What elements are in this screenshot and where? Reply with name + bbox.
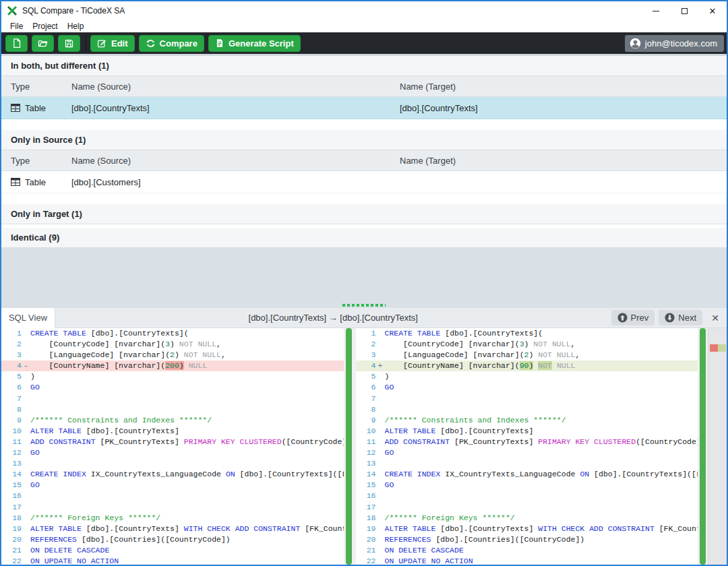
arrow-up-circle-icon xyxy=(617,313,628,323)
code-line: 21ON DELETE CASCADE xyxy=(1,545,344,556)
column-header-type: Type xyxy=(1,82,71,92)
section-header-only-source[interactable]: Only in Source (1) xyxy=(1,130,727,150)
code-line: 14CREATE INDEX IX_CountryTexts_LanguageC… xyxy=(1,469,344,480)
section-title: In both, but different (1) xyxy=(11,61,109,71)
table-row-countrytexts[interactable]: Table [dbo].[CountryTexts] [dbo].[Countr… xyxy=(1,97,727,119)
source-scrollbar[interactable] xyxy=(346,328,352,565)
sql-pane-source[interactable]: 1CREATE TABLE [dbo].[CountryTexts](2 [Co… xyxy=(1,328,344,565)
code-line: 12GO xyxy=(1,447,344,458)
new-project-button[interactable] xyxy=(5,35,28,52)
code-line: 9/****** Constraints and Indexes ******/ xyxy=(1,415,344,426)
menu-file[interactable]: File xyxy=(5,22,28,31)
code-line: 20REFERENCES [dbo].[Countries]([CountryC… xyxy=(356,534,698,545)
account-button[interactable]: john@ticodex.com xyxy=(625,35,724,52)
code-line: 9/****** Constraints and Indexes ******/ xyxy=(356,415,698,426)
column-header-name-source: Name (Source) xyxy=(71,156,400,166)
row-source-name: [dbo].[Customers] xyxy=(71,177,400,187)
next-button-label: Next xyxy=(678,313,696,323)
code-line: 17 xyxy=(356,502,698,513)
edit-button-label: Edit xyxy=(111,38,128,49)
minimize-button[interactable] xyxy=(642,1,670,20)
section-title: Identical (9) xyxy=(11,232,59,243)
code-line: 10ALTER TABLE [dbo].[CountryTexts] xyxy=(356,426,698,437)
grid-header-only-source: Type Name (Source) Name (Target) xyxy=(1,150,727,171)
code-line: 16 xyxy=(1,491,344,501)
section-title: Only in Source (1) xyxy=(11,135,86,145)
open-project-button[interactable] xyxy=(32,35,54,52)
code-line: 11ADD CONSTRAINT [PK_CountryTexts] PRIMA… xyxy=(356,437,698,447)
compare-button[interactable]: Compare xyxy=(139,35,204,52)
code-line: 2 [CountryCode] [nvarchar](3) NOT NULL, xyxy=(356,339,698,350)
close-icon: ✕ xyxy=(709,6,717,16)
code-line: 2 [CountryCode] [nvarchar](3) NOT NULL, xyxy=(1,339,344,350)
row-target-name: [dbo].[CountryTexts] xyxy=(400,103,727,113)
code-line: 11ADD CONSTRAINT [PK_CountryTexts] PRIMA… xyxy=(1,437,344,447)
generate-script-button[interactable]: Generate Script xyxy=(208,35,301,52)
app-logo-icon xyxy=(7,5,18,16)
toolbar: Edit Compare Generate Script xyxy=(1,32,727,54)
compare-button-label: Compare xyxy=(160,38,198,49)
section-header-different[interactable]: In both, but different (1) xyxy=(1,56,727,76)
code-line: 14CREATE INDEX IX_CountryTexts_LanguageC… xyxy=(356,469,698,480)
grid-header-different: Type Name (Source) Name (Target) xyxy=(1,76,727,97)
window-title: SQL Compare - TiCodeX SA xyxy=(22,6,125,15)
code-line: 13 xyxy=(1,458,344,469)
edit-button[interactable]: Edit xyxy=(90,35,135,52)
minimize-icon xyxy=(653,11,659,11)
maximize-button[interactable] xyxy=(670,1,698,20)
code-line: 18/****** Foreign Keys ******/ xyxy=(1,513,344,524)
edit-pencil-icon xyxy=(97,38,107,49)
table-row-customers[interactable]: Table [dbo].[Customers] xyxy=(1,171,727,193)
sql-view-header: SQL View [dbo].[CountryTexts] → [dbo].[C… xyxy=(1,308,727,328)
code-line: 8 xyxy=(356,404,698,415)
column-header-name-source: Name (Source) xyxy=(71,82,400,92)
save-icon xyxy=(64,38,74,49)
column-header-name-target: Name (Target) xyxy=(400,82,727,92)
maximize-icon xyxy=(681,8,688,14)
arrow-down-circle-icon xyxy=(665,313,675,323)
code-line: 5) xyxy=(356,371,698,382)
code-line: 3 [LanguageCode] [nvarchar](2) NOT NULL, xyxy=(1,350,344,360)
code-line: 22ON UPDATE NO ACTION xyxy=(1,556,344,565)
next-difference-button[interactable]: Next xyxy=(659,310,702,325)
code-line: 8 xyxy=(1,404,344,415)
menu-help[interactable]: Help xyxy=(63,22,89,31)
code-line: 6GO xyxy=(356,382,698,393)
title-bar: SQL Compare - TiCodeX SA ✕ xyxy=(1,1,727,20)
code-line: 7 xyxy=(1,394,344,404)
section-gap xyxy=(1,119,727,130)
sql-pane-target[interactable]: 1CREATE TABLE [dbo].[CountryTexts](2 [Co… xyxy=(356,328,698,565)
code-line: 6GO xyxy=(1,382,344,393)
code-line: 19ALTER TABLE [dbo].[CountryTexts] WITH … xyxy=(1,524,344,534)
diff-marker-removed xyxy=(710,344,718,352)
code-line: 15GO xyxy=(356,480,698,491)
section-header-identical[interactable]: Identical (9) xyxy=(1,228,727,248)
diff-object-title: [dbo].[CountryTexts] → [dbo].[CountryTex… xyxy=(55,313,611,323)
tab-sql-view[interactable]: SQL View xyxy=(1,308,55,328)
code-line: 22ON UPDATE NO ACTION xyxy=(356,556,698,565)
section-title: Only in Target (1) xyxy=(11,209,82,219)
diff-overview-ruler[interactable] xyxy=(708,328,727,565)
prev-difference-button[interactable]: Prev xyxy=(611,310,655,325)
code-line: 1CREATE TABLE [dbo].[CountryTexts]( xyxy=(356,328,698,339)
menu-project[interactable]: Project xyxy=(28,22,62,31)
row-type-cell: Table xyxy=(1,103,71,113)
new-file-icon xyxy=(11,38,22,49)
close-sql-view-button[interactable]: ✕ xyxy=(706,313,724,323)
code-line: 15GO xyxy=(1,480,344,491)
row-type-cell: Table xyxy=(1,177,71,187)
table-icon xyxy=(11,178,20,186)
code-line: 10ALTER TABLE [dbo].[CountryTexts] xyxy=(1,426,344,437)
column-header-type: Type xyxy=(1,156,71,166)
target-scrollbar[interactable] xyxy=(700,328,706,565)
section-header-only-target[interactable]: Only in Target (1) xyxy=(1,204,727,224)
sql-diff-view: 1CREATE TABLE [dbo].[CountryTexts](2 [Co… xyxy=(1,328,727,565)
generate-script-label: Generate Script xyxy=(229,38,294,49)
close-button[interactable]: ✕ xyxy=(698,1,727,20)
horizontal-splitter[interactable] xyxy=(1,302,727,308)
user-avatar-icon xyxy=(630,38,641,49)
open-folder-icon xyxy=(37,38,49,49)
column-header-name-target: Name (Target) xyxy=(400,156,727,166)
row-type-label: Table xyxy=(25,177,46,187)
save-project-button[interactable] xyxy=(58,35,80,52)
